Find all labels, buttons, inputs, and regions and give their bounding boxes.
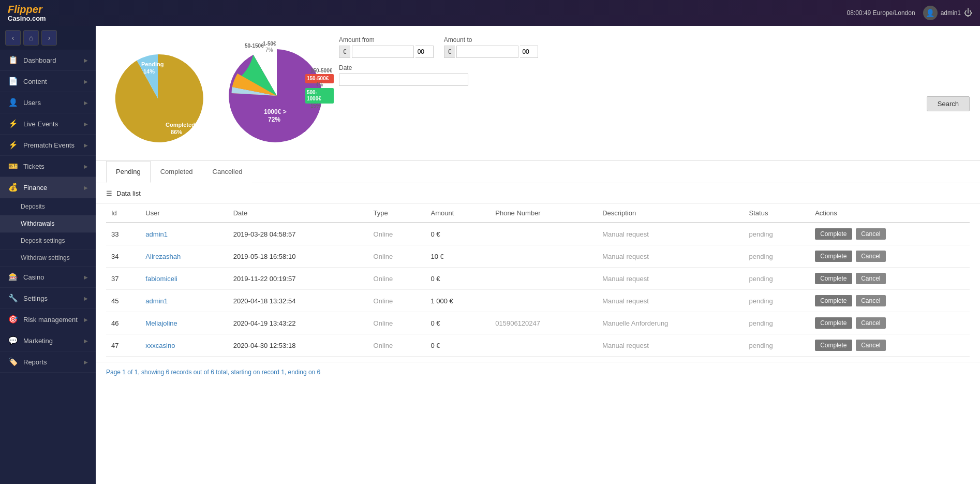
sidebar-item-dashboard[interactable]: 📋 Dashboard ▶ [0, 50, 96, 71]
deposits-label: Deposits [21, 203, 45, 210]
col-type: Type [368, 204, 426, 223]
home-nav-button[interactable]: ⌂ [23, 30, 39, 46]
svg-text:15%: 15% [310, 103, 321, 109]
clock: 08:00:49 Europe/London [847, 9, 915, 17]
sidebar-sub-deposit-settings[interactable]: Deposit settings [0, 232, 96, 250]
cell-description: Manual request [597, 245, 744, 268]
filter-group-amount-from: Amount from € [339, 36, 434, 58]
col-id: Id [106, 204, 140, 223]
content-area: Pending 14% Completed 86% [96, 26, 980, 484]
amount-to-input[interactable] [456, 46, 518, 58]
cell-id: 37 [106, 268, 140, 290]
withdrawals-label: Withdrawals [21, 220, 54, 227]
cell-description: Manuelle Anforderung [597, 312, 744, 334]
cell-user[interactable]: Alirezashah [140, 245, 228, 268]
logout-icon[interactable]: ⏻ [964, 8, 972, 18]
complete-button[interactable]: Complete [815, 340, 852, 351]
date-input[interactable] [339, 74, 468, 86]
svg-text:Pending: Pending [141, 61, 164, 67]
cell-user[interactable]: Meliajoline [140, 312, 228, 334]
cell-user[interactable]: admin1 [140, 223, 228, 245]
sidebar-label-tickets: Tickets [23, 163, 44, 170]
sidebar-item-users[interactable]: 👤 Users ▶ [0, 92, 96, 113]
cell-date: 2020-04-30 12:53:18 [228, 334, 368, 357]
svg-text:1-50€: 1-50€ [263, 41, 276, 47]
cell-user[interactable]: xxxcasino [140, 334, 228, 357]
amount-from-input-row: € [339, 46, 434, 58]
cell-type: Online [368, 245, 426, 268]
tab-cancelled[interactable]: Cancelled [203, 161, 253, 183]
sidebar-item-reports[interactable]: 🏷️ Reports ▶ [0, 351, 96, 373]
sidebar-item-finance[interactable]: 💰 Finance ▶ [0, 177, 96, 198]
cell-date: 2020-04-18 13:32:54 [228, 290, 368, 312]
filter-section: Amount from € Amount to € [339, 36, 970, 111]
cancel-button[interactable]: Cancel [856, 295, 885, 306]
table-body: 33 admin1 2019-03-28 04:58:57 Online 0 €… [106, 223, 970, 357]
table-row: 45 admin1 2020-04-18 13:32:54 Online 1 0… [106, 290, 970, 312]
amount-from-cents[interactable] [415, 46, 434, 58]
cell-actions: Complete Cancel [810, 334, 970, 357]
svg-text:150-500€: 150-500€ [310, 68, 333, 74]
cancel-button[interactable]: Cancel [856, 228, 885, 240]
topbar-user[interactable]: 👤 admin1 ⏻ [923, 6, 972, 20]
withdraw-settings-label: Withdraw settings [21, 254, 70, 261]
amount-to-cents[interactable] [520, 46, 538, 58]
logo: Flipper Casino.com [8, 4, 46, 22]
table-header-row: Id User Date Type Amount Phone Number De… [106, 204, 970, 223]
sidebar-label-content: Content [23, 78, 47, 85]
cell-type: Online [368, 290, 426, 312]
sidebar-item-settings[interactable]: 🔧 Settings ▶ [0, 288, 96, 309]
filter-row-amounts: Amount from € Amount to € [339, 36, 970, 58]
cell-status: pending [744, 223, 810, 245]
complete-button[interactable]: Complete [815, 317, 852, 329]
cell-user[interactable]: fabiomiceli [140, 268, 228, 290]
cancel-button[interactable]: Cancel [856, 317, 885, 329]
deposit-settings-label: Deposit settings [21, 237, 65, 244]
sidebar-item-content[interactable]: 📄 Content ▶ [0, 71, 96, 92]
complete-button[interactable]: Complete [815, 228, 852, 240]
search-button[interactable]: Search [927, 96, 970, 111]
sidebar-sub-withdraw-settings[interactable]: Withdraw settings [0, 250, 96, 267]
live-events-icon: ⚡ [8, 119, 18, 128]
cell-type: Online [368, 334, 426, 357]
cell-description: Manual request [597, 334, 744, 357]
marketing-icon: 💬 [8, 336, 18, 345]
table-wrapper: Id User Date Type Amount Phone Number De… [96, 204, 980, 362]
cell-type: Online [368, 268, 426, 290]
cancel-button[interactable]: Cancel [856, 340, 885, 351]
sidebar-item-live-events[interactable]: ⚡ Live Events ▶ [0, 113, 96, 135]
chevron-right-icon: ▶ [84, 57, 88, 63]
sidebar-collapse-button[interactable]: ‹ [5, 30, 21, 46]
complete-button[interactable]: Complete [815, 295, 852, 306]
cell-status: pending [744, 334, 810, 357]
sidebar-sub-deposits[interactable]: Deposits [0, 198, 96, 215]
svg-text:86%: 86% [171, 129, 182, 135]
cancel-button[interactable]: Cancel [856, 273, 885, 284]
risk-icon: 🎯 [8, 315, 18, 324]
complete-button[interactable]: Complete [815, 251, 852, 262]
cancel-button[interactable]: Cancel [856, 251, 885, 262]
sidebar-item-marketing[interactable]: 💬 Marketing ▶ [0, 330, 96, 351]
sidebar-item-risk-management[interactable]: 🎯 Risk management ▶ [0, 309, 96, 330]
sidebar-sub-withdrawals[interactable]: Withdrawals [0, 215, 96, 232]
cell-actions: Complete Cancel [810, 223, 970, 245]
amount-from-input[interactable] [352, 46, 414, 58]
currency-prefix-to: € [444, 46, 455, 58]
cell-user[interactable]: admin1 [140, 290, 228, 312]
tabs: Pending Completed Cancelled [106, 161, 970, 183]
svg-text:14%: 14% [143, 68, 155, 75]
chevron-right-icon: ▶ [84, 121, 88, 127]
tab-pending[interactable]: Pending [106, 161, 151, 183]
sidebar-item-casino[interactable]: 🎰 Casino ▶ [0, 267, 96, 288]
sidebar-item-prematch-events[interactable]: ⚡ Prematch Events ▶ [0, 135, 96, 156]
sidebar-item-tickets[interactable]: 🎫 Tickets ▶ [0, 156, 96, 177]
sidebar-label-prematch: Prematch Events [23, 141, 75, 149]
chevron-right-icon: ▶ [84, 359, 88, 365]
forward-nav-button[interactable]: › [41, 30, 57, 46]
complete-button[interactable]: Complete [815, 273, 852, 284]
chevron-right-icon: ▶ [84, 164, 88, 169]
settings-icon: 🔧 [8, 294, 18, 303]
cell-id: 46 [106, 312, 140, 334]
svg-text:7%: 7% [265, 47, 273, 53]
tab-completed[interactable]: Completed [151, 161, 203, 183]
